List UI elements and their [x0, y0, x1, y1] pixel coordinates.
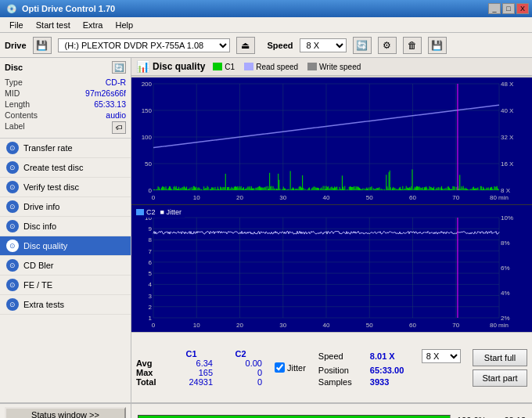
drive-info-icon: ⊙: [6, 200, 19, 213]
stats-header-row: C1 C2: [136, 349, 262, 359]
sidebar-item-verify-test-disc[interactable]: ⊙ Verify test disc: [0, 178, 131, 197]
minimize-button[interactable]: _: [488, 3, 501, 14]
max-label: Max: [136, 368, 164, 377]
stats-total-row: Total 24931 0: [136, 377, 262, 387]
speed-stat-value: 8.01 X: [370, 351, 417, 361]
chart-header: 📊 Disc quality C1 Read speed Write speed: [131, 58, 532, 76]
chart-header-icon: 📊: [136, 60, 149, 73]
save-button[interactable]: 💾: [428, 37, 447, 54]
menu-start-test[interactable]: Start test: [30, 19, 77, 31]
sidebar-item-disc-info[interactable]: ⊙ Disc info: [0, 217, 131, 236]
sidebar-item-transfer-rate[interactable]: ⊙ Transfer rate: [0, 139, 131, 158]
legend-read-speed: Read speed: [244, 63, 298, 71]
sidebar-label-create-test-disc: Create test disc: [23, 163, 83, 172]
avg-c1: 6.34: [170, 359, 213, 368]
start-part-button[interactable]: Start part: [473, 369, 527, 387]
sidebar: Disc 🔄 Type CD-R MID 97m26s66f Length 65…: [0, 58, 131, 402]
disc-label-row: Label 🏷: [5, 121, 126, 135]
stats-table: C1 C2 Avg 6.34 0.00 Max 165 0 Total 2493…: [136, 349, 262, 387]
c2-label: C2: [146, 208, 156, 216]
legend-read-speed-label: Read speed: [256, 63, 298, 71]
avg-c2: 0.00: [219, 359, 262, 368]
disc-refresh-button[interactable]: 🔄: [112, 61, 126, 74]
legend-write-speed: Write speed: [307, 63, 361, 71]
disc-info-icon: ⊙: [6, 220, 19, 232]
sidebar-item-extra-tests[interactable]: ⊙ Extra tests: [0, 295, 131, 315]
progress-bar-container: [138, 415, 451, 418]
action-buttons: Start full Start part: [473, 349, 527, 387]
stats-avg-row: Avg 6.34 0.00: [136, 359, 262, 368]
chart-legend: C1 Read speed Write speed: [213, 63, 361, 71]
menu-file[interactable]: File: [3, 19, 30, 31]
sidebar-nav: ⊙ Transfer rate ⊙ Create test disc ⊙ Ver…: [0, 139, 131, 402]
total-label: Total: [136, 377, 164, 387]
title-bar-controls: _ □ X: [488, 3, 529, 14]
maximize-button[interactable]: □: [502, 3, 515, 14]
charts-area: C2 ■ Jitter: [131, 77, 532, 332]
disc-quality-icon: ⊙: [6, 240, 19, 252]
verify-test-disc-icon: ⊙: [6, 181, 19, 193]
drive-bar: Drive 💾 (H:) PLEXTOR DVDR PX-755A 1.08 ⏏…: [0, 33, 532, 58]
menu-extra[interactable]: Extra: [77, 19, 110, 31]
sidebar-label-drive-info: Drive info: [23, 202, 59, 211]
disc-contents-row: Contents audio: [5, 110, 126, 121]
jitter-checkbox-label: Jitter: [287, 363, 306, 373]
sidebar-label-disc-quality: Disc quality: [23, 241, 67, 250]
status-progress: 100.0% 08:13: [131, 404, 532, 418]
total-c2: 0: [219, 377, 262, 387]
create-test-disc-icon: ⊙: [6, 161, 19, 174]
c2-legend-color: [136, 209, 144, 215]
sidebar-item-drive-info[interactable]: ⊙ Drive info: [0, 197, 131, 217]
upper-chart-container: [131, 77, 532, 205]
sidebar-item-create-test-disc[interactable]: ⊙ Create test disc: [0, 158, 131, 178]
disc-label-icon-button[interactable]: 🏷: [112, 121, 126, 134]
legend-c1: C1: [213, 63, 235, 71]
max-c1: 165: [170, 368, 213, 377]
sidebar-label-disc-info: Disc info: [23, 222, 56, 231]
legend-write-speed-color: [307, 63, 317, 70]
title-bar: 💿 Opti Drive Control 1.70 _ □ X: [0, 0, 532, 17]
disc-contents-value: audio: [106, 110, 126, 120]
title-bar-left: 💿 Opti Drive Control 1.70: [6, 4, 115, 14]
c1-header: C1: [170, 349, 213, 359]
start-full-button[interactable]: Start full: [473, 349, 527, 366]
disc-label-label: Label: [5, 121, 25, 134]
legend-c1-color: [213, 63, 222, 70]
eject-button[interactable]: ⏏: [236, 37, 255, 54]
sidebar-label-verify-test-disc: Verify test disc: [23, 182, 79, 192]
disc-length-label: Length: [5, 99, 30, 109]
cd-bler-icon: ⊙: [6, 259, 19, 272]
disc-mid-value: 97m26s66f: [85, 88, 126, 98]
disc-length-value: 65:33.13: [94, 99, 126, 109]
settings-button[interactable]: ⚙: [378, 37, 397, 54]
samples-label: Samples: [318, 377, 365, 387]
jitter-checkbox-area: Jitter: [267, 362, 306, 373]
speed-dropdown[interactable]: 8 X: [422, 349, 461, 363]
legend-write-speed-label: Write speed: [319, 63, 361, 71]
upper-chart-canvas: [131, 77, 532, 204]
c2-header: C2: [219, 349, 262, 359]
jitter-checkbox[interactable]: [275, 362, 285, 373]
avg-label: Avg: [136, 359, 164, 368]
status-left: Status window >> Test completed: [0, 404, 131, 418]
eraser-button[interactable]: 🗑: [403, 37, 422, 54]
chart-panel: 📊 Disc quality C1 Read speed Write speed: [131, 58, 532, 402]
drive-icon[interactable]: 💾: [33, 37, 52, 54]
legend-c1-label: C1: [225, 63, 235, 71]
close-button[interactable]: X: [516, 3, 529, 14]
speed-row: Speed 8.01 X 8 X: [318, 349, 468, 363]
refresh-button[interactable]: 🔄: [353, 37, 372, 54]
stats-max-row: Max 165 0: [136, 368, 262, 377]
speed-stat-label: Speed: [318, 351, 365, 361]
sidebar-item-cd-bler[interactable]: ⊙ CD Bler: [0, 256, 131, 276]
app-title: Opti Drive Control 1.70: [22, 4, 115, 13]
sidebar-label-transfer-rate: Transfer rate: [23, 143, 73, 153]
speed-select[interactable]: 8 X: [300, 38, 347, 52]
sidebar-label-fe-te: FE / TE: [23, 280, 52, 290]
max-c2: 0: [219, 368, 262, 377]
sidebar-item-disc-quality[interactable]: ⊙ Disc quality: [0, 236, 131, 256]
sidebar-item-fe-te[interactable]: ⊙ FE / TE: [0, 276, 131, 295]
drive-select[interactable]: (H:) PLEXTOR DVDR PX-755A 1.08: [58, 38, 230, 52]
status-window-button[interactable]: Status window >>: [5, 407, 126, 418]
menu-help[interactable]: Help: [109, 19, 139, 31]
